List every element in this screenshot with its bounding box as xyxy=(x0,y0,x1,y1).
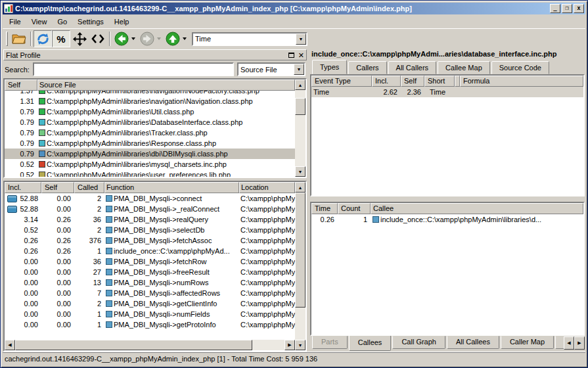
column-header-location[interactable]: Location xyxy=(239,182,295,193)
combobox-dropdown-button[interactable]: ▼ xyxy=(294,64,304,75)
function-row[interactable]: 52.88 0.00 2 PMA_DBI_Mysqli->_realConnec… xyxy=(5,204,295,214)
dock-close-icon[interactable]: ✕ xyxy=(298,53,304,58)
minimize-button[interactable]: _ xyxy=(550,4,560,13)
function-row[interactable]: 3.14 0.26 36 PMA_DBI_Mysqli->realQuery C… xyxy=(5,214,295,225)
function-row[interactable]: 0.00 0.00 36 PMA_DBI_Mysqli->fetchRow C:… xyxy=(5,256,295,267)
event-type-combobox[interactable]: Time ▼ xyxy=(192,32,307,46)
file-row[interactable]: 0.79 C:\xampp\phpMyAdmin\libraries\Track… xyxy=(5,127,295,138)
function-row[interactable]: 0.00 0.00 1 PMA_DBI_Mysqli->numFields C:… xyxy=(5,309,295,319)
menu-go[interactable]: Go xyxy=(52,16,72,27)
file-list-vscrollbar[interactable]: ▲ ▼ xyxy=(295,80,305,177)
function-icon xyxy=(373,216,379,223)
column-header-incl[interactable]: Incl. xyxy=(372,76,401,87)
file-row[interactable]: 0.79 C:\xampp\phpMyAdmin\libraries\Util.… xyxy=(5,106,295,117)
shorten-templates-button[interactable] xyxy=(89,30,107,47)
file-row[interactable]: 0.79 C:\xampp\phpMyAdmin\libraries\Respo… xyxy=(5,138,295,149)
file-row[interactable]: 1.31 C:\xampp\phpMyAdmin\libraries\navig… xyxy=(5,96,295,106)
column-header-self[interactable]: Self xyxy=(41,182,74,193)
menu-help[interactable]: Help xyxy=(109,16,135,27)
column-header-called[interactable]: Called xyxy=(74,182,104,193)
column-header-time[interactable]: Time xyxy=(311,203,338,214)
file-row[interactable]: 0.79 C:\xampp\phpMyAdmin\libraries\Datab… xyxy=(5,117,295,127)
tab-callee-map[interactable]: Callee Map xyxy=(438,61,490,74)
file-self: 1.37 xyxy=(5,91,37,96)
toolbar-grip[interactable] xyxy=(6,32,8,46)
tab-all-callees[interactable]: All Callees xyxy=(447,336,499,349)
title-bar[interactable]: C:\xampp\tmp\cachegrind.out.1416463299-C… xyxy=(3,3,585,14)
tab-scroll-left-icon[interactable]: ◀ xyxy=(564,336,574,350)
column-header-self[interactable]: Self xyxy=(5,80,37,91)
tab-source-code[interactable]: Source Code xyxy=(491,61,549,74)
tab-call-graph[interactable]: Call Graph xyxy=(392,336,445,349)
scroll-up-icon[interactable]: ▲ xyxy=(295,80,305,90)
function-table-vscrollbar[interactable]: ▲ ▼ xyxy=(295,182,305,350)
scroll-left-icon[interactable]: ◀ xyxy=(5,340,15,350)
function-icon xyxy=(106,216,112,223)
function-table-hscrollbar[interactable]: ◀ ▶ xyxy=(5,340,295,350)
file-row[interactable]: 0.52 C:\xampp\phpMyAdmin\libraries\user_… xyxy=(5,170,295,177)
function-row[interactable]: 52.88 0.00 2 PMA_DBI_Mysqli->connect C:\… xyxy=(5,193,295,204)
up-dropdown-arrow[interactable] xyxy=(183,37,187,40)
up-button[interactable] xyxy=(164,30,182,47)
column-header-event-type[interactable]: Event Type xyxy=(311,76,372,87)
column-header-formula[interactable]: Formula xyxy=(460,76,583,87)
scroll-thumb[interactable] xyxy=(295,98,305,115)
group-by-combobox[interactable]: Source File ▼ xyxy=(237,62,305,76)
function-row[interactable]: 0.26 0.26 376 PMA_DBI_Mysqli->fetchAssoc… xyxy=(5,235,295,246)
column-header-short[interactable]: Short xyxy=(424,76,455,87)
file-row-selected[interactable]: 0.79 C:\xampp\phpMyAdmin\libraries\dbi\D… xyxy=(5,149,295,159)
close-button[interactable]: x xyxy=(574,4,584,13)
scroll-track[interactable] xyxy=(295,90,305,166)
function-row[interactable]: 0.26 0.26 1 include_once::C:\xampp\phpMy… xyxy=(5,246,295,256)
tab-all-callers[interactable]: All Callers xyxy=(388,61,437,74)
callee-row[interactable]: 0.26 1 include_once::C:\xampp\phpMyAdmin… xyxy=(311,214,583,225)
back-icon xyxy=(114,32,129,46)
open-file-button[interactable] xyxy=(10,30,28,47)
tab-types[interactable]: Types xyxy=(312,60,347,74)
dock-header[interactable]: Flat Profile ✕ xyxy=(3,49,307,60)
tab-scroll-right-icon[interactable]: ▶ xyxy=(574,336,585,350)
file-row[interactable]: 1.37 C:\xampp\phpMyAdmin\libraries\navig… xyxy=(5,91,295,96)
maximize-button[interactable]: ❐ xyxy=(562,4,572,13)
tab-callers[interactable]: Callers xyxy=(348,61,386,74)
cycle-detection-button[interactable] xyxy=(70,30,89,47)
tab-callees[interactable]: Callees xyxy=(349,336,392,351)
function-row[interactable]: 0.00 0.00 2 PMA_DBI_Mysqli->getClientInf… xyxy=(5,298,295,309)
function-row[interactable]: 0.00 0.00 7 PMA_DBI_Mysqli->affectedRows… xyxy=(5,288,295,298)
back-dropdown-arrow[interactable] xyxy=(131,37,135,40)
event-type-row[interactable]: Time 2.62 2.36 Time xyxy=(311,87,583,97)
menu-settings[interactable]: Settings xyxy=(72,16,109,27)
function-row[interactable]: 0.52 0.00 2 PMA_DBI_Mysqli->selectDb C:\… xyxy=(5,225,295,235)
scroll-down-icon[interactable]: ▼ xyxy=(295,340,305,350)
scroll-down-icon[interactable]: ▼ xyxy=(295,166,305,177)
function-row[interactable]: 0.00 0.00 27 PMA_DBI_Mysqli->freeResult … xyxy=(5,267,295,277)
menu-file[interactable]: File xyxy=(4,16,26,27)
function-row[interactable]: 0.00 0.00 1 PMA_DBI_Mysqli->getProtoInfo… xyxy=(5,319,295,330)
toolbar-separator xyxy=(30,32,32,46)
column-header-source-file[interactable]: Source File xyxy=(37,80,295,91)
column-header-incl[interactable]: Incl. xyxy=(5,182,41,193)
combobox-dropdown-button[interactable]: ▼ xyxy=(296,34,306,45)
column-header-self[interactable]: Self xyxy=(401,76,424,87)
tab-caller-map[interactable]: Caller Map xyxy=(501,336,554,349)
scroll-up-icon[interactable]: ▲ xyxy=(295,182,305,193)
menu-view[interactable]: View xyxy=(26,16,53,27)
scroll-thumb[interactable] xyxy=(15,340,252,350)
function-row[interactable]: 0.00 0.00 13 PMA_DBI_Mysqli->numRows C:\… xyxy=(5,277,295,288)
file-row[interactable]: 0.52 C:\xampp\phpMyAdmin\libraries\mysql… xyxy=(5,159,295,170)
search-input[interactable] xyxy=(33,62,234,76)
percent-relative-button[interactable]: % xyxy=(52,30,70,47)
back-button[interactable] xyxy=(112,30,131,47)
scroll-track[interactable] xyxy=(15,340,284,350)
scroll-track[interactable] xyxy=(295,193,305,340)
callees-table: Time Count Callee 0.26 1 include_once::C… xyxy=(310,202,585,336)
file-cell: C:\xampp\phpMyAdmin\libraries\user_prefe… xyxy=(37,170,295,177)
column-header-callee[interactable]: Callee xyxy=(371,203,583,214)
scroll-thumb[interactable] xyxy=(295,193,305,308)
reload-button[interactable] xyxy=(34,30,52,47)
fn-called: 13 xyxy=(74,277,104,288)
column-header-count[interactable]: Count xyxy=(338,203,371,214)
dock-float-icon[interactable] xyxy=(288,53,294,58)
scroll-right-icon[interactable]: ▶ xyxy=(284,340,295,350)
column-header-function[interactable]: Function xyxy=(104,182,239,193)
